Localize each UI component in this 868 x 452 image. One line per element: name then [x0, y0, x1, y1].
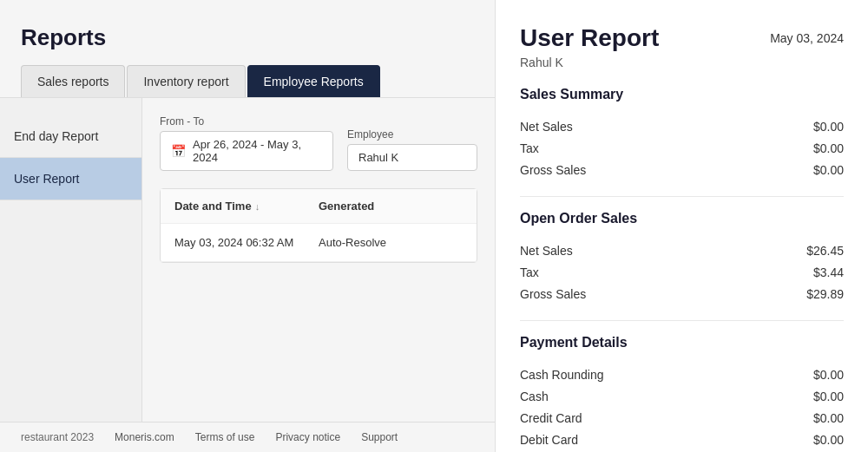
employee-filter-label: Employee	[347, 128, 477, 141]
col-generated: Generated	[319, 200, 463, 213]
report-row-gross-1: Gross Sales $0.00	[520, 161, 844, 179]
report-row-cash-rounding: Cash Rounding $0.00	[520, 366, 844, 383]
reports-table: Date and Time ↓ Generated May 03, 2024 0…	[160, 188, 477, 263]
report-row-net-sales-1: Net Sales $0.00	[520, 118, 844, 135]
table-header: Date and Time ↓ Generated	[161, 189, 477, 224]
divider-2	[520, 320, 844, 321]
date-filter-group: From - To 📅 Apr 26, 2024 - May 3, 2024	[160, 115, 333, 171]
sidebar-item-user[interactable]: User Report	[0, 158, 141, 200]
col-datetime: Date and Time ↓	[174, 200, 319, 213]
side-nav: End day Report User Report	[0, 98, 142, 452]
section-title-sales-summary: Sales Summary	[520, 87, 844, 106]
report-date: May 03, 2024	[770, 31, 844, 45]
label-gross-2: Gross Sales	[520, 287, 586, 301]
section-title-open-orders: Open Order Sales	[520, 211, 844, 230]
page-header: Reports	[0, 0, 495, 65]
value-cash: $0.00	[813, 390, 844, 403]
value-cash-rounding: $0.00	[813, 368, 844, 382]
left-panel: Reports Sales reports Inventory report E…	[0, 0, 495, 452]
cell-generated: Auto-Resolve	[319, 236, 463, 249]
right-panel: User Report May 03, 2024 Rahul K Sales S…	[495, 0, 868, 452]
footer-brand: restaurant 2023	[21, 431, 94, 443]
filters-row: From - To 📅 Apr 26, 2024 - May 3, 2024 E…	[160, 115, 477, 171]
date-range-value: Apr 26, 2024 - May 3, 2024	[193, 138, 322, 164]
sidebar-item-endday[interactable]: End day Report	[0, 115, 141, 158]
report-header: User Report May 03, 2024	[520, 24, 844, 52]
label-credit-card: Credit Card	[520, 411, 582, 425]
value-gross-1: $0.00	[813, 163, 844, 177]
main-area: From - To 📅 Apr 26, 2024 - May 3, 2024 E…	[142, 98, 495, 452]
value-net-sales-2: $26.45	[806, 244, 844, 258]
label-tax-2: Tax	[520, 265, 539, 279]
report-row-cash: Cash $0.00	[520, 388, 844, 405]
footer-bar: restaurant 2023 Moneris.com Terms of use…	[0, 422, 495, 452]
tab-inventory[interactable]: Inventory report	[127, 65, 245, 97]
label-cash-rounding: Cash Rounding	[520, 368, 604, 382]
calendar-icon: 📅	[171, 144, 186, 158]
label-cash: Cash	[520, 390, 549, 403]
footer-link-privacy[interactable]: Privacy notice	[275, 431, 340, 443]
value-debit-card: $0.00	[813, 433, 844, 447]
employee-input[interactable]: Rahul K	[347, 144, 477, 171]
value-gross-2: $29.89	[806, 287, 844, 301]
employee-filter-group: Employee Rahul K	[347, 128, 477, 171]
report-row-net-sales-2: Net Sales $26.45	[520, 242, 844, 259]
report-section-open-orders: Open Order Sales Net Sales $26.45 Tax $3…	[520, 211, 844, 303]
report-section-sales-summary: Sales Summary Net Sales $0.00 Tax $0.00 …	[520, 87, 844, 179]
table-row[interactable]: May 03, 2024 06:32 AM Auto-Resolve	[161, 224, 477, 262]
label-net-sales-1: Net Sales	[520, 120, 573, 134]
value-tax-1: $0.00	[813, 141, 844, 155]
report-section-payment-details: Payment Details Cash Rounding $0.00 Cash…	[520, 335, 844, 452]
value-tax-2: $3.44	[813, 265, 844, 279]
cell-datetime: May 03, 2024 06:32 AM	[174, 236, 319, 249]
report-row-credit-card: Credit Card $0.00	[520, 409, 844, 427]
report-title: User Report	[520, 24, 659, 52]
report-row-tax-2: Tax $3.44	[520, 264, 844, 281]
date-range-input[interactable]: 📅 Apr 26, 2024 - May 3, 2024	[160, 131, 333, 171]
report-user: Rahul K	[520, 56, 844, 69]
section-title-payment-details: Payment Details	[520, 335, 844, 354]
label-debit-card: Debit Card	[520, 433, 578, 447]
divider-1	[520, 196, 844, 197]
tab-employee[interactable]: Employee Reports	[247, 65, 380, 97]
label-net-sales-2: Net Sales	[520, 244, 573, 258]
report-row-debit-card: Debit Card $0.00	[520, 431, 844, 449]
label-gross-1: Gross Sales	[520, 163, 586, 177]
sort-icon[interactable]: ↓	[255, 201, 260, 212]
date-filter-label: From - To	[160, 115, 333, 128]
value-credit-card: $0.00	[813, 411, 844, 425]
employee-value: Rahul K	[358, 151, 398, 164]
label-tax-1: Tax	[520, 141, 539, 155]
report-row-gross-2: Gross Sales $29.89	[520, 285, 844, 303]
tab-sales[interactable]: Sales reports	[21, 65, 125, 97]
tabs-bar: Sales reports Inventory report Employee …	[0, 65, 495, 98]
footer-link-moneris[interactable]: Moneris.com	[115, 431, 174, 443]
value-net-sales-1: $0.00	[813, 120, 844, 134]
left-content-area: End day Report User Report From - To 📅 A…	[0, 98, 495, 452]
footer-link-support[interactable]: Support	[361, 431, 398, 443]
report-row-tax-1: Tax $0.00	[520, 140, 844, 157]
page-title: Reports	[21, 24, 474, 51]
footer-link-terms[interactable]: Terms of use	[195, 431, 255, 443]
